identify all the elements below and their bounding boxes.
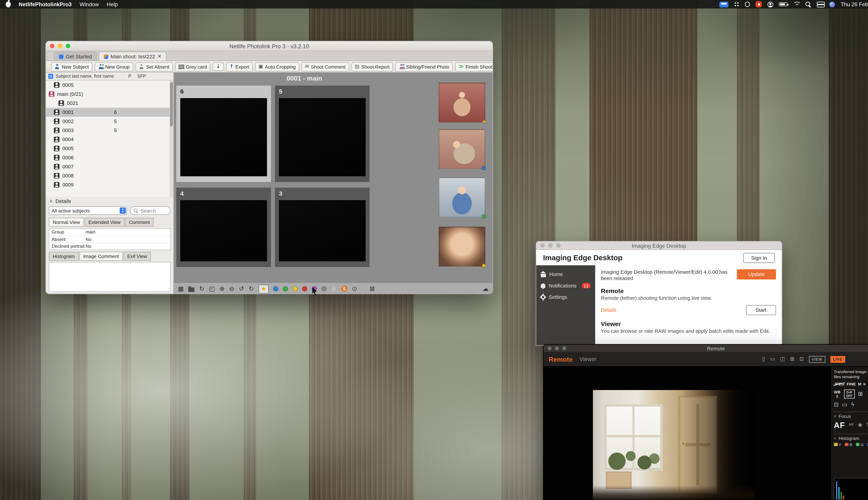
import-button[interactable] <box>213 62 224 71</box>
image-icon[interactable] <box>178 286 184 292</box>
filmstrip-photo[interactable] <box>439 83 485 123</box>
new-subject-button[interactable]: New Subject <box>51 62 92 71</box>
subject-filter-select[interactable]: All active subjects <box>49 206 127 215</box>
subject-row[interactable]: 0009 <box>46 180 173 189</box>
channel-b-checkbox[interactable]: ✓B <box>867 443 868 446</box>
display-mode-icon[interactable] <box>780 356 785 362</box>
control-center-icon[interactable] <box>817 1 824 7</box>
delete-icon[interactable] <box>369 286 375 292</box>
green-label-button[interactable] <box>283 286 288 291</box>
af-area-icon[interactable] <box>842 402 847 408</box>
menu-window[interactable]: Window <box>80 1 99 8</box>
record-icon[interactable] <box>756 1 762 8</box>
subject-list-header[interactable]: Subject last name, first name P SFP <box>46 72 173 81</box>
zoom-in-icon[interactable] <box>219 286 225 292</box>
menu-help[interactable]: Help <box>107 1 118 8</box>
details-header[interactable]: Details <box>46 197 173 206</box>
sibling-friend-button[interactable]: Sibling/Friend Photo <box>395 62 453 71</box>
tab-extended-view[interactable]: Extended View <box>84 218 125 227</box>
photo-thumbnail[interactable]: 5 <box>275 86 369 182</box>
size-label[interactable]: M <box>858 382 861 386</box>
refresh-icon[interactable] <box>199 286 204 292</box>
battery-icon[interactable] <box>779 2 787 6</box>
shoot-report-button[interactable]: Shoot Report <box>351 62 393 71</box>
apple-logo-icon[interactable] <box>6 1 11 7</box>
wifi-icon[interactable] <box>793 2 800 7</box>
auto-cropping-button[interactable]: Auto Cropping <box>255 62 299 71</box>
photo-thumbnail[interactable]: 4 <box>176 188 271 267</box>
export-button[interactable]: Export <box>226 62 253 71</box>
s-rating-button[interactable]: S <box>341 286 347 292</box>
camera-orientation-landscape-icon[interactable] <box>770 356 775 362</box>
tab-normal-view[interactable]: Normal View <box>49 218 84 227</box>
scrollbar[interactable] <box>169 81 173 197</box>
flash-icon[interactable] <box>851 402 855 408</box>
new-group-button[interactable]: New Group <box>94 62 133 71</box>
nav-settings[interactable]: Settings <box>536 291 595 303</box>
subject-row[interactable]: 0004 <box>46 135 173 144</box>
finish-shoot-button[interactable]: Finish Shoot <box>455 62 493 71</box>
star-outline-icon[interactable] <box>331 286 336 292</box>
subject-row[interactable]: 0021 <box>46 99 173 107</box>
search-field[interactable] <box>130 206 171 215</box>
grid-overlay-icon[interactable] <box>790 356 795 362</box>
subject-row[interactable]: 0002 5 <box>46 117 173 126</box>
sign-in-button[interactable]: Sign In <box>743 253 775 263</box>
nav-home[interactable]: Home <box>536 269 595 280</box>
start-button[interactable]: Start <box>746 305 776 315</box>
tab-image-comment[interactable]: Image Comment <box>79 252 123 261</box>
fine-label[interactable]: FINE <box>847 382 856 386</box>
tab-viewer[interactable]: Viewer <box>580 356 597 362</box>
siri-icon[interactable] <box>829 1 835 7</box>
gray-label-button[interactable] <box>321 286 327 291</box>
cloud-icon[interactable] <box>482 286 489 292</box>
blue-label-button[interactable] <box>273 286 278 291</box>
grey-card-button[interactable]: Grey card <box>175 62 210 71</box>
channel-g-checkbox[interactable]: ✓G <box>856 443 864 446</box>
search-input[interactable] <box>141 208 163 214</box>
subject-row[interactable]: 0006 <box>46 153 173 162</box>
fit-screen-icon[interactable] <box>209 286 215 292</box>
filmstrip-photo[interactable] <box>439 227 485 266</box>
star-rating-button[interactable] <box>259 284 269 293</box>
shortcuts-icon[interactable] <box>734 2 739 7</box>
group-row[interactable]: main (0/21) <box>46 90 173 99</box>
dual-display-icon[interactable] <box>799 356 804 362</box>
menu-app-name[interactable]: NetlifePhotolinkPro3 <box>19 1 72 8</box>
subject-row-selected[interactable]: 0001 6 <box>46 107 173 117</box>
set-absent-button[interactable]: Set Absent <box>135 62 173 71</box>
shoot-comment-button[interactable]: Shoot Comment <box>301 62 349 71</box>
metering-icon[interactable] <box>834 402 838 408</box>
photo-thumbnail[interactable]: 3 <box>275 188 369 267</box>
zoom-out-icon[interactable] <box>229 286 235 292</box>
af-mode[interactable]: AF <box>834 420 845 430</box>
white-balance-button[interactable]: WB ± <box>834 390 841 398</box>
subject-row[interactable]: 0005 <box>46 81 173 90</box>
camera-orientation-icon[interactable] <box>762 356 765 362</box>
tab-remote[interactable]: Remote <box>549 356 573 363</box>
status-ring-icon[interactable] <box>745 2 750 7</box>
tab-exif-view[interactable]: Exif View <box>123 252 151 261</box>
folder-icon[interactable] <box>189 287 195 292</box>
tab-main-shoot[interactable]: Main shoot: test222 <box>99 52 167 60</box>
filmstrip-photo[interactable] <box>439 178 485 217</box>
subject-row[interactable]: 0003 5 <box>46 126 173 135</box>
channel-r-checkbox[interactable]: ✓R <box>845 443 852 446</box>
channel-y-checkbox[interactable]: ✓Y <box>834 443 841 446</box>
mf-mode[interactable]: MF <box>849 423 854 427</box>
focus-adjust-icon[interactable] <box>866 422 868 428</box>
nav-notifications[interactable]: Notifications 13 <box>536 280 595 291</box>
face-detect-icon[interactable] <box>858 422 863 428</box>
tab-get-started[interactable]: Get Started <box>54 52 97 60</box>
view-button[interactable]: VIEW <box>809 356 825 363</box>
rotate-right-icon[interactable] <box>249 286 254 292</box>
update-button[interactable]: Update <box>737 269 776 280</box>
yellow-label-button[interactable] <box>293 286 298 291</box>
account-icon[interactable] <box>767 1 773 7</box>
menu-clock[interactable]: Thu 26 Feb 15:31 <box>841 1 868 8</box>
subject-row[interactable]: 0007 <box>46 162 173 171</box>
focus-section-header[interactable]: Focus <box>834 411 868 419</box>
tab-comment[interactable]: Comment <box>125 218 154 227</box>
tab-histogram[interactable]: Histogram <box>49 252 79 261</box>
histogram-section-header[interactable]: Histogram <box>834 433 868 441</box>
